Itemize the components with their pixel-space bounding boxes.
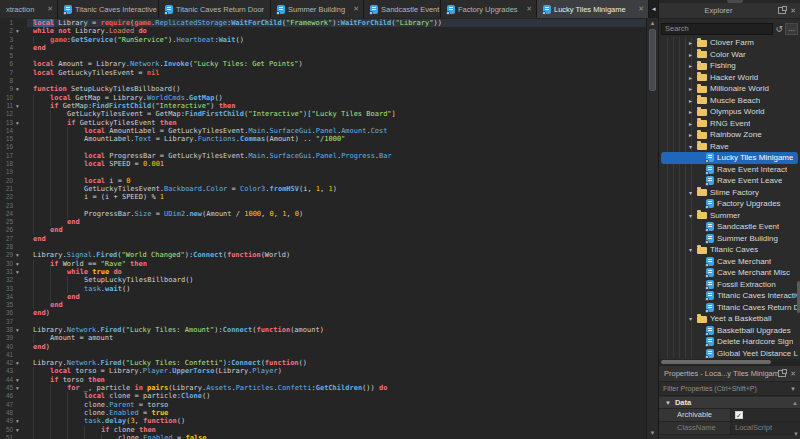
line-number[interactable]: 46 xyxy=(0,392,13,400)
code-line-44[interactable]: 44▾if torso then xyxy=(0,376,646,384)
code-line-14[interactable]: 14local AmountLabel = GetLuckyTilesEvent… xyxy=(0,127,646,135)
expand-arrow-icon[interactable]: ▸ xyxy=(689,51,697,58)
tree-item-delete-hardcore-sign[interactable]: Delete Hardcore Sign xyxy=(659,336,800,348)
code-fold-icon[interactable]: ▾ xyxy=(16,27,19,35)
code-line-47[interactable]: 47clone.Parent = torso xyxy=(0,401,646,409)
line-number[interactable]: 19 xyxy=(0,168,13,176)
properties-section-data[interactable]: ▼ Data ▲ xyxy=(659,397,800,409)
search-options-button[interactable]: … xyxy=(785,23,798,35)
line-number[interactable]: 41 xyxy=(0,351,13,359)
explorer-horizontal-scrollbar[interactable] xyxy=(659,359,800,366)
code-line-37[interactable]: 37 xyxy=(0,318,646,326)
tree-item-rainbow-zone[interactable]: ▸Rainbow Zone xyxy=(659,129,800,141)
line-number[interactable]: 23 xyxy=(0,202,13,210)
tree-item-rave-event-interact[interactable]: Rave Event Interact xyxy=(659,164,800,176)
tab-factory-upgrades[interactable]: Factory Upgrades✕ xyxy=(441,0,537,18)
line-number[interactable]: 15 xyxy=(0,135,13,143)
expand-arrow-icon[interactable]: ▸ xyxy=(689,39,697,46)
line-number[interactable]: 51 xyxy=(0,434,13,439)
tree-item-olympus-world[interactable]: ▸Olympus World xyxy=(659,106,800,118)
code-fold-icon[interactable]: ▾ xyxy=(16,326,19,334)
close-icon[interactable]: ✕ xyxy=(790,370,796,378)
line-number[interactable]: 17 xyxy=(0,152,13,160)
expand-arrow-icon[interactable]: ▸ xyxy=(689,74,697,81)
expand-arrow-icon[interactable]: ▸ xyxy=(689,85,697,92)
tree-item-color-war[interactable]: ▸Color War xyxy=(659,49,800,61)
code-line-46[interactable]: 46local clone = particle:Clone() xyxy=(0,392,646,400)
line-number[interactable]: 31 xyxy=(0,268,13,276)
tree-item-rave[interactable]: ▾Rave xyxy=(659,141,800,153)
code-line-3[interactable]: 3game:GetService("RunService").Heartbeat… xyxy=(0,36,646,44)
line-number[interactable]: 49 xyxy=(0,417,13,425)
scroll-down-icon[interactable]: ▼ xyxy=(793,431,799,437)
code-line-39[interactable]: 39Amount = amount xyxy=(0,334,646,342)
tree-item-yeet-a-basketball[interactable]: ▾Yeet a Basketball xyxy=(659,313,800,325)
line-number[interactable]: 20 xyxy=(0,177,13,185)
line-number[interactable]: 21 xyxy=(0,185,13,193)
tree-item-muscle-beach[interactable]: ▸Muscle Beach xyxy=(659,95,800,107)
code-line-9[interactable]: 9▾function SetupLuckyTilesBillboard() xyxy=(0,85,646,93)
line-number[interactable]: 32 xyxy=(0,276,13,284)
code-fold-icon[interactable]: ▾ xyxy=(16,251,19,259)
explorer-header[interactable]: Explorer ✕ xyxy=(659,3,800,19)
line-number[interactable]: 8 xyxy=(0,77,13,85)
tree-item-titanic-caves-return-door[interactable]: Titanic Caves Return Door xyxy=(659,302,800,314)
scroll-up-icon[interactable]: ▲ xyxy=(647,18,658,29)
code-fold-icon[interactable]: ▾ xyxy=(16,376,19,384)
code-fold-icon[interactable]: ▾ xyxy=(16,102,19,110)
code-line-36[interactable]: 36end) xyxy=(0,309,646,317)
code-fold-icon[interactable]: ▾ xyxy=(16,417,19,425)
tree-item-fossil-extraction[interactable]: Fossil Extraction xyxy=(659,279,800,291)
line-number[interactable]: 14 xyxy=(0,127,13,135)
tree-item-rave-event-leave[interactable]: Rave Event Leave xyxy=(659,175,800,187)
code-line-2[interactable]: 2▾while not Library.Loaded do xyxy=(0,27,646,35)
line-number[interactable]: 30 xyxy=(0,260,13,268)
scroll-down-icon[interactable]: ▼ xyxy=(647,428,658,439)
line-number[interactable]: 18 xyxy=(0,160,13,168)
code-line-16[interactable]: 16 xyxy=(0,143,646,151)
tab-close-icon[interactable]: ✕ xyxy=(350,5,359,13)
expand-arrow-icon[interactable]: ▸ xyxy=(689,62,697,69)
tab-sandcastle-event[interactable]: Sandcastle Event✕ xyxy=(364,0,441,18)
collapse-arrow-icon[interactable]: ▾ xyxy=(689,212,697,219)
editor-scrollbar-thumb[interactable] xyxy=(649,29,656,91)
code-fold-icon[interactable]: ▾ xyxy=(16,426,19,434)
line-number[interactable]: 26 xyxy=(0,226,13,234)
code-fold-icon[interactable]: ▾ xyxy=(16,268,19,276)
line-number[interactable]: 50 xyxy=(0,426,13,434)
tab-lucky-tiles-minigame[interactable]: Lucky Tiles Minigame✕ xyxy=(537,0,649,18)
code-line-11[interactable]: 11▾if GetMap:FindFirstChild("Interactive… xyxy=(0,102,646,110)
line-number[interactable]: 5 xyxy=(0,52,13,60)
tree-item-sandcastle-event[interactable]: Sandcastle Event xyxy=(659,221,800,233)
line-number[interactable]: 29 xyxy=(0,251,13,259)
tree-item-slime-factory[interactable]: ▾Slime Factory xyxy=(659,187,800,199)
section-collapse-icon[interactable]: ▼ xyxy=(659,400,675,406)
expand-arrow-icon[interactable]: ▸ xyxy=(689,131,697,138)
tree-item-fishing[interactable]: ▸Fishing xyxy=(659,60,800,72)
collapse-arrow-icon[interactable]: ▾ xyxy=(689,189,697,196)
code-line-21[interactable]: 21GetLuckyTilesEvent.Backboard.Color = C… xyxy=(0,185,646,193)
code-line-51[interactable]: 51clone.Enabled = false xyxy=(0,434,646,439)
properties-header[interactable]: Properties - Loca...y Tiles Minigame" ✕ xyxy=(659,366,800,382)
tab-close-icon[interactable]: ✕ xyxy=(523,5,532,13)
line-number[interactable]: 48 xyxy=(0,409,13,417)
popout-icon[interactable] xyxy=(778,370,786,377)
code-line-31[interactable]: 31▾while true do xyxy=(0,268,646,276)
line-number[interactable]: 42 xyxy=(0,359,13,367)
line-number[interactable]: 10 xyxy=(0,94,13,102)
code-line-18[interactable]: 18local SPEED = 0.001 xyxy=(0,160,646,168)
code-line-49[interactable]: 49▾task.delay(3, function() xyxy=(0,417,646,425)
code-line-1[interactable]: 1local Library = require(game.Replicated… xyxy=(0,19,646,27)
code-line-8[interactable]: 8 xyxy=(0,77,646,85)
tree-item-lucky-tiles-minigame[interactable]: Lucky Tiles Minigame xyxy=(661,152,798,164)
code-fold-icon[interactable]: ▾ xyxy=(16,85,19,93)
line-number[interactable]: 45 xyxy=(0,384,13,392)
expand-arrow-icon[interactable]: ▸ xyxy=(689,97,697,104)
properties-filter-input[interactable]: Filter Properties (Ctrl+Shift+P) ▼ xyxy=(659,382,800,396)
code-line-7[interactable]: 7local GetLuckyTilesEvent = nil xyxy=(0,69,646,77)
code-line-15[interactable]: 15AmountLabel.Text = Library.Functions.C… xyxy=(0,135,646,143)
line-number[interactable]: 22 xyxy=(0,193,13,201)
collapse-arrow-icon[interactable]: ▾ xyxy=(689,315,697,322)
code-line-48[interactable]: 48clone.Enabled = true xyxy=(0,409,646,417)
line-number[interactable]: 6 xyxy=(0,60,13,68)
